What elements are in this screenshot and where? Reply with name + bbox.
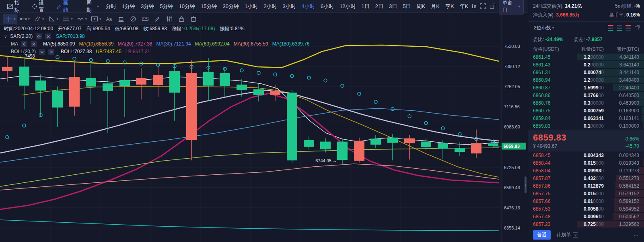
ask-row[interactable]: 6859.830.1000000.100000 xyxy=(528,122,644,130)
bid-row[interactable]: 6857.860.0128790.564152 xyxy=(528,182,644,190)
collapse-chevron-icon[interactable]: ∨ xyxy=(4,33,7,40)
bid-row[interactable]: 6857.660.0100000.589152 xyxy=(528,197,644,205)
timeframe-3日[interactable]: 3日 xyxy=(386,3,400,10)
order-cumulative: 0.640500 xyxy=(604,93,639,98)
ask-row[interactable]: 6861.451.2000004.841140 xyxy=(528,53,644,61)
popout-book-icon[interactable] xyxy=(634,25,640,31)
timeframe-2小时[interactable]: 2小时 xyxy=(261,3,280,10)
fibonacci-tool[interactable]: ▾ xyxy=(60,14,74,24)
order-price: 6858.44 xyxy=(533,160,565,166)
timeframe-1分钟[interactable]: 1分钟 xyxy=(119,3,138,10)
decimals-dropdown[interactable]: 2位小数 ▾ xyxy=(533,25,556,31)
refresh-interval[interactable]: 1s xyxy=(471,4,476,9)
ask-row[interactable]: 6861.430.2000003.641140 xyxy=(528,61,644,68)
bid-row[interactable]: 6857.230.7250001.329562 xyxy=(528,220,644,228)
delete-drawings-tool[interactable] xyxy=(188,14,199,24)
layout-asks-icon[interactable] xyxy=(625,25,631,31)
fullscreen-icon[interactable] xyxy=(480,3,486,9)
ask-row[interactable]: 6861.310.0007403.441140 xyxy=(528,68,644,76)
layout-bids-icon[interactable] xyxy=(617,25,622,31)
freehand-tool[interactable] xyxy=(152,14,163,24)
indicator-button[interactable]: 指标 xyxy=(4,0,27,14)
parallel-line-tool[interactable]: ▾ xyxy=(32,14,45,24)
crosshair-tool[interactable]: ▾ xyxy=(3,14,17,24)
ma-settings-icon[interactable] xyxy=(21,41,27,47)
ask-row[interactable]: 6860.860.1766000.640500 xyxy=(528,91,644,99)
timeframe-6小时[interactable]: 6小时 xyxy=(318,3,337,10)
timeframe-15分钟[interactable]: 15分钟 xyxy=(198,3,220,10)
timeframe-3小时[interactable]: 3小时 xyxy=(280,3,298,10)
popup-window-icon[interactable] xyxy=(490,3,496,9)
timeframe-4小时[interactable]: 4小时 xyxy=(299,3,318,10)
wave-tool[interactable]: ▾ xyxy=(75,14,88,24)
bid-row[interactable]: 6858.040.0999300.119273 xyxy=(528,167,644,174)
ma-close-icon[interactable] xyxy=(31,41,37,47)
timeframe-5日[interactable]: 5日 xyxy=(400,3,414,10)
timeframe-30分钟[interactable]: 30分钟 xyxy=(220,3,242,10)
timeframe-2日[interactable]: 2日 xyxy=(372,3,386,10)
candle xyxy=(153,75,163,85)
ask-row[interactable]: 6859.840.0631410.163141 xyxy=(528,114,644,122)
panel-collapse-handle[interactable]: ▸ xyxy=(524,180,528,190)
bid-row[interactable]: 6857.870.4320000.551273 xyxy=(528,174,644,182)
sar-close-icon[interactable] xyxy=(45,33,51,39)
timeframe-分时[interactable]: 分时 xyxy=(103,3,119,10)
rectangle-tool[interactable]: ▾ xyxy=(89,14,103,24)
timeframe-季K[interactable]: 季K xyxy=(442,3,457,10)
timeframe-5分钟[interactable]: 5分钟 xyxy=(157,3,176,10)
indicator-value: MA(10):6856.39 xyxy=(79,41,113,47)
boll-settings-icon[interactable] xyxy=(39,49,45,55)
measure-tool[interactable] xyxy=(140,14,151,24)
stats-left: 24H成交额(¥): 14.21亿 净流入(¥): 3,666.85万 xyxy=(533,3,582,21)
bid-row[interactable]: 6857.480.0096100.604562 xyxy=(528,213,644,220)
ask-row[interactable]: 6860.871.5999002.240400 xyxy=(528,84,644,91)
bid-row[interactable]: 6857.750.0150000.579152 xyxy=(528,190,644,197)
last-price-block[interactable]: 6859.83 -0.66% ¥ 49493.67 -45.70 xyxy=(528,130,644,151)
order-quantity: 0.004343 xyxy=(565,153,604,158)
timeframe-月K[interactable]: 月K xyxy=(428,3,442,10)
timeframe-list: 分时1分钟3分钟5分钟10分钟15分钟30分钟1小时2小时3小时4小时6小时12… xyxy=(103,3,471,10)
timeframe-周K[interactable]: 周K xyxy=(414,3,428,10)
ask-row[interactable]: 6860.760.3000000.463900 xyxy=(528,99,644,107)
segment-tool[interactable]: ▾ xyxy=(18,14,31,24)
timeframe-1日[interactable]: 1日 xyxy=(359,3,372,10)
ma-indicator-name: MA xyxy=(11,40,18,48)
plan-order-button[interactable]: 计划单 ? xyxy=(556,232,578,238)
rectplus-icon xyxy=(90,14,99,23)
timeframe-10分钟[interactable]: 10分钟 xyxy=(176,3,198,10)
layout-both-icon[interactable] xyxy=(608,25,613,31)
y-axis-label: 7390.12 xyxy=(504,64,520,69)
timeframe-年K[interactable]: 年K xyxy=(457,3,471,10)
bid-row[interactable]: 6858.450.0043430.004343 xyxy=(528,151,644,159)
ask-row[interactable]: 6860.941.2000003.440400 xyxy=(528,76,644,84)
bid-row[interactable]: 6857.530.0058000.594952 xyxy=(528,205,644,213)
timeframe-12小时[interactable]: 12小时 xyxy=(337,3,358,10)
weicha-stat: 委差: -7.9357 xyxy=(574,36,602,43)
normal-order-button[interactable]: 普通 xyxy=(533,230,551,240)
candle xyxy=(270,91,280,95)
bid-row[interactable]: 6858.440.0150000.019343 xyxy=(528,159,644,167)
draw-line-button[interactable]: 画线 xyxy=(53,0,76,14)
boll-close-icon[interactable] xyxy=(48,49,54,55)
lock-tool[interactable] xyxy=(176,14,187,24)
candle xyxy=(52,91,63,108)
indicator-value: MA(90):6755.59 xyxy=(234,41,268,47)
timeframe-3分钟[interactable]: 3分钟 xyxy=(138,3,157,10)
timeframe-1小时[interactable]: 1小时 xyxy=(242,3,261,10)
ask-row[interactable]: 6860.750.0007590.163900 xyxy=(528,107,644,114)
chart-body: 7530.837390.127252.057116.566983.606725.… xyxy=(0,0,528,242)
triangle-tool[interactable]: ▾ xyxy=(46,14,60,24)
more-options-icon[interactable]: ⋯ xyxy=(634,232,639,238)
settings-button[interactable]: 设置 xyxy=(29,0,51,14)
depth-bar xyxy=(642,107,644,114)
help-icon[interactable]: ? xyxy=(573,232,578,238)
hide-drawings-tool[interactable] xyxy=(128,14,139,24)
text-tool[interactable]: Aa xyxy=(103,14,115,24)
period-dropdown[interactable]: 周期 ▾ xyxy=(84,0,101,14)
window-mode-button[interactable]: 单窗口 ▾ xyxy=(499,0,524,14)
parallel-icon xyxy=(33,14,42,23)
eraser-tool[interactable] xyxy=(115,14,127,24)
sar-settings-icon[interactable] xyxy=(36,33,42,39)
order-cumulative: 0.019343 xyxy=(604,160,639,166)
volume-profile-tool[interactable] xyxy=(164,14,175,24)
